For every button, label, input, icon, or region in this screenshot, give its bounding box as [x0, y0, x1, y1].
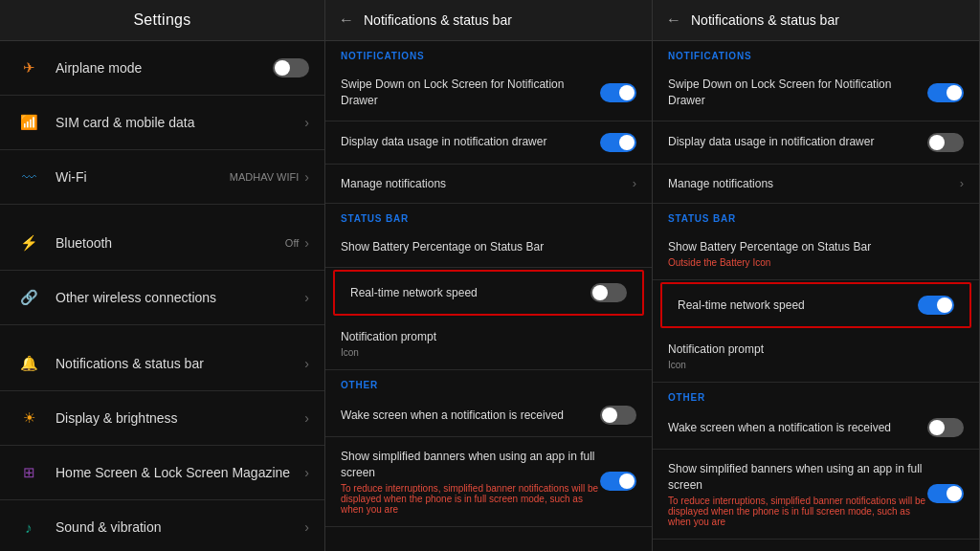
simplified-banners-sub-text: To reduce interruptions, simplified bann… — [341, 483, 600, 515]
settings-divider — [0, 205, 324, 216]
data-usage-toggle[interactable] — [600, 133, 636, 152]
section-label-status-bar: STATUS BAR — [325, 204, 652, 228]
middle-back-arrow[interactable]: ← — [339, 11, 354, 29]
notif-item-wake-screen: Wake screen when a notification is recei… — [325, 394, 652, 437]
data-usage-text-block: Display data usage in notification drawe… — [341, 134, 600, 150]
bluetooth-icon: ⚡ — [15, 230, 42, 256]
display-icon: ☀ — [15, 405, 42, 431]
airplane-toggle[interactable] — [273, 58, 309, 77]
notif-prompt-text-block: Notification promptIcon — [341, 329, 636, 358]
manage-notif-main-text: Manage notifications — [341, 176, 633, 192]
settings-panel: Settings ✈Airplane mode📶SIM card & mobil… — [0, 0, 325, 551]
notif-item-wake-screen2: Wake screen when a notification is recei… — [653, 407, 979, 450]
display-label: Display & brightness — [56, 410, 304, 426]
settings-item-wifi[interactable]: 〰Wi-FiMADHAV WIFI› — [0, 150, 324, 205]
settings-item-sim[interactable]: 📶SIM card & mobile data› — [0, 96, 324, 150]
settings-title: Settings — [0, 0, 324, 41]
right-notif-content: NOTIFICATIONSSwipe Down on Lock Screen f… — [653, 41, 979, 551]
notifications-icon: 🔔 — [15, 350, 42, 377]
bluetooth-chevron: › — [304, 235, 309, 251]
sim-icon: 📶 — [15, 109, 42, 136]
settings-divider — [0, 325, 324, 337]
section-label-other: OTHER — [325, 370, 652, 394]
wifi-chevron: › — [304, 169, 309, 185]
notif-item-realtime-speed2: Real-time network speed — [662, 284, 969, 326]
settings-item-notifications[interactable]: 🔔Notifications & status bar› — [0, 337, 324, 391]
sim-label: SIM card & mobile data — [56, 115, 304, 130]
notif-prompt2-text-block: Notification promptIcon — [668, 342, 964, 370]
homescreen-chevron: › — [304, 465, 309, 480]
settings-item-display[interactable]: ☀Display & brightness› — [0, 391, 324, 446]
realtime-speed-toggle[interactable] — [590, 283, 627, 302]
airplane-label: Airplane mode — [56, 60, 273, 76]
settings-item-other-wireless[interactable]: 🔗Other wireless connections› — [0, 271, 324, 325]
middle-notif-header: ← Notifications & status bar — [325, 0, 652, 41]
notif-item-data-usage: Display data usage in notification drawe… — [325, 121, 652, 165]
settings-list: ✈Airplane mode📶SIM card & mobile data›〰W… — [0, 41, 324, 551]
sound-icon: ♪ — [15, 514, 42, 540]
swipe-down-main-text: Swipe Down on Lock Screen for Notificati… — [341, 77, 600, 109]
sound-chevron: › — [304, 519, 309, 535]
notif-item-battery-pct: Show Battery Percentage on Status Bar — [325, 228, 652, 268]
battery-pct-text-block: Show Battery Percentage on Status Bar — [341, 239, 636, 255]
other-wireless-chevron: › — [304, 290, 309, 305]
simplified-banners2-sub-text: To reduce interruptions, simplified bann… — [668, 496, 927, 527]
data-usage2-toggle[interactable] — [927, 133, 964, 152]
simplified-banners-text-block: Show simplified banners when using an ap… — [341, 449, 600, 515]
notif-item-simplified-banners: Show simplified banners when using an ap… — [325, 437, 652, 527]
simplified-banners2-text-block: Show simplified banners when using an ap… — [668, 461, 927, 527]
other-wireless-icon: 🔗 — [15, 284, 42, 311]
notif-prompt-main-text: Notification prompt — [341, 329, 636, 345]
bluetooth-sublabel: Off — [285, 237, 299, 249]
manage-notif2-main-text: Manage notifications — [668, 176, 960, 192]
swipe-down2-toggle[interactable] — [927, 83, 964, 102]
swipe-down-toggle[interactable] — [600, 83, 636, 102]
realtime-speed2-toggle[interactable] — [918, 296, 954, 315]
notif-prompt2-main-text: Notification prompt — [668, 342, 964, 358]
right-notif-panel: ← Notifications & status bar NOTIFICATIO… — [653, 0, 980, 551]
sim-chevron: › — [304, 115, 309, 130]
realtime-speed-highlight-box: Real-time network speed — [660, 282, 971, 328]
notif-item-swipe-down2: Swipe Down on Lock Screen for Notificati… — [653, 65, 979, 121]
notif-item-simplified-banners2: Show simplified banners when using an ap… — [653, 450, 979, 540]
battery-pct2-text-block: Show Battery Percentage on Status BarOut… — [668, 239, 964, 268]
notif-item-battery-pct2: Show Battery Percentage on Status BarOut… — [653, 228, 979, 280]
notifications-label: Notifications & status bar — [56, 356, 304, 371]
notif-item-manage-notif2[interactable]: Manage notifications› — [653, 165, 979, 205]
realtime-speed-text-block: Real-time network speed — [350, 285, 590, 301]
other-wireless-label: Other wireless connections — [56, 290, 304, 305]
right-back-arrow[interactable]: ← — [666, 11, 681, 29]
swipe-down2-main-text: Swipe Down on Lock Screen for Notificati… — [668, 77, 927, 109]
bluetooth-label: Bluetooth — [56, 235, 285, 251]
settings-item-bluetooth[interactable]: ⚡BluetoothOff› — [0, 216, 324, 271]
notif-item-notif-prompt: Notification promptIcon — [325, 318, 652, 370]
simplified-banners2-toggle[interactable] — [927, 484, 964, 503]
manage-notif-text-block: Manage notifications — [341, 176, 633, 192]
swipe-down2-text-block: Swipe Down on Lock Screen for Notificati… — [668, 77, 927, 109]
wifi-sublabel: MADHAV WIFI — [230, 171, 300, 183]
battery-pct2-sub-text: Outside the Battery Icon — [668, 257, 964, 268]
wake-screen2-toggle[interactable] — [927, 418, 964, 437]
settings-item-homescreen[interactable]: ⊞Home Screen & Lock Screen Magazine› — [0, 446, 324, 500]
data-usage2-main-text: Display data usage in notification drawe… — [668, 134, 927, 150]
battery-pct-main-text: Show Battery Percentage on Status Bar — [341, 239, 636, 255]
notif-item-realtime-speed: Real-time network speed — [335, 272, 642, 314]
battery-pct2-main-text: Show Battery Percentage on Status Bar — [668, 239, 964, 255]
manage-notif2-text-block: Manage notifications — [668, 176, 960, 192]
settings-item-airplane[interactable]: ✈Airplane mode — [0, 41, 324, 96]
settings-item-sound[interactable]: ♪Sound & vibration› — [0, 500, 324, 551]
wake-screen-toggle[interactable] — [600, 406, 636, 425]
data-usage2-text-block: Display data usage in notification drawe… — [668, 134, 927, 150]
section-label-notifications: NOTIFICATIONS — [325, 41, 652, 65]
realtime-speed2-text-block: Real-time network speed — [678, 298, 918, 314]
notif-item-data-usage2: Display data usage in notification drawe… — [653, 121, 979, 165]
simplified-banners-toggle[interactable] — [600, 472, 636, 491]
settings-header-label: Settings — [133, 11, 190, 28]
data-usage-main-text: Display data usage in notification drawe… — [341, 134, 600, 150]
notif-item-manage-notif[interactable]: Manage notifications› — [325, 165, 652, 205]
manage-notif2-chevron: › — [960, 176, 964, 190]
notif-item-swipe-down: Swipe Down on Lock Screen for Notificati… — [325, 65, 652, 121]
middle-notif-content: NOTIFICATIONSSwipe Down on Lock Screen f… — [325, 41, 652, 551]
display-chevron: › — [304, 410, 309, 426]
wake-screen-main-text: Wake screen when a notification is recei… — [341, 408, 600, 424]
